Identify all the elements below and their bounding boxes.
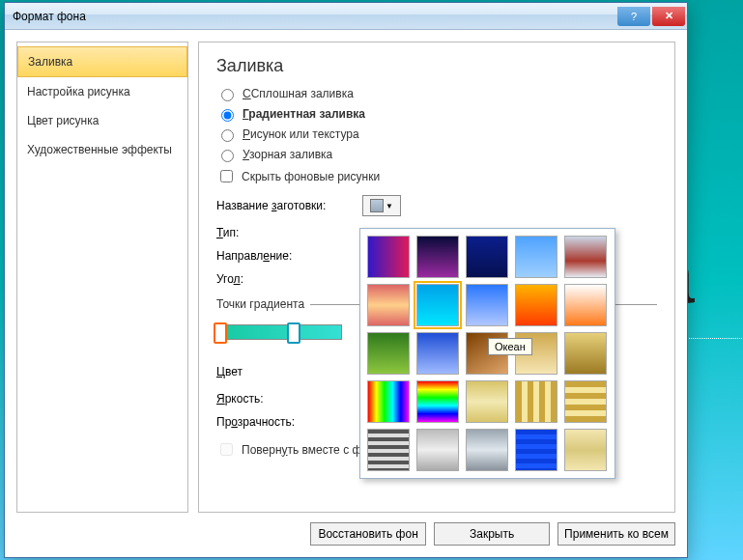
gradient-thumb-2[interactable] xyxy=(287,322,300,344)
rotate-checkbox xyxy=(220,443,233,456)
sidebar-item-label: Художественные эффекты xyxy=(27,143,172,156)
preset-p1[interactable] xyxy=(367,236,410,278)
dialog-footer: Восстановить фон Закрыть Применить ко вс… xyxy=(16,513,675,546)
hide-background-row[interactable]: Скрыть фоновые рисунки xyxy=(216,167,657,185)
help-button[interactable]: ? xyxy=(617,7,650,26)
close-icon: ✕ xyxy=(665,10,673,22)
preset-p20[interactable] xyxy=(564,380,607,423)
preset-tooltip: Океан xyxy=(488,338,532,355)
radio-picture-input[interactable] xyxy=(221,129,234,142)
sidebar-item-fill[interactable]: Заливка xyxy=(17,46,187,77)
content-heading: Заливка xyxy=(216,56,657,76)
preset-p3[interactable] xyxy=(466,236,508,278)
preset-p15[interactable] xyxy=(564,332,607,375)
radio-pattern-label: Узорная заливка xyxy=(243,148,332,161)
preset-p10[interactable] xyxy=(564,284,607,326)
close-button[interactable]: ✕ xyxy=(652,7,685,26)
gradient-thumb-1[interactable] xyxy=(214,322,227,344)
preset-p4[interactable] xyxy=(515,236,557,278)
radio-gradient[interactable]: Градиентная заливка xyxy=(216,106,657,122)
sidebar-item-label: Цвет рисунка xyxy=(27,114,99,127)
type-label: Тип: xyxy=(216,226,357,239)
radio-picture[interactable]: Рисунок или текстура xyxy=(216,126,657,142)
radio-gradient-label: Градиентная заливка xyxy=(243,107,365,121)
dialog-title: Формат фона xyxy=(13,10,617,23)
preset-p9[interactable] xyxy=(515,284,557,326)
preset-p22[interactable] xyxy=(416,429,459,471)
reset-background-button[interactable]: Восстановить фон xyxy=(310,522,426,546)
gradient-stops-legend: Точки градиента xyxy=(216,297,310,311)
sidebar-item-label: Настройка рисунка xyxy=(27,85,130,98)
radio-solid-label: ССплошная заливка xyxy=(243,87,354,100)
angle-label: Угол: xyxy=(216,272,357,286)
sidebar-item-effects[interactable]: Художественные эффекты xyxy=(17,135,187,164)
preset-swatch-icon xyxy=(370,199,384,212)
radio-pattern-input[interactable] xyxy=(221,150,234,162)
window-buttons: ? ✕ xyxy=(617,7,687,26)
preset-p17[interactable] xyxy=(416,380,459,423)
radio-pattern[interactable]: Узорная заливка xyxy=(216,147,657,162)
preset-p19[interactable] xyxy=(515,380,557,423)
hide-background-checkbox[interactable] xyxy=(220,170,233,182)
sidebar-item-label: Заливка xyxy=(28,55,72,69)
preset-dropdown-button[interactable]: ▼ xyxy=(362,195,401,216)
preset-p8[interactable] xyxy=(466,284,508,326)
direction-label: Направление: xyxy=(216,249,357,263)
radio-picture-label: Рисунок или текстура xyxy=(243,127,359,141)
preset-p24[interactable] xyxy=(515,429,557,471)
preset-p23[interactable] xyxy=(466,429,508,471)
preset-p11[interactable] xyxy=(367,332,410,375)
sidebar-item-color[interactable]: Цвет рисунка xyxy=(17,106,187,135)
radio-solid[interactable]: ССплошная заливка xyxy=(216,86,657,101)
preset-p12[interactable] xyxy=(416,332,459,375)
gradient-slider[interactable] xyxy=(216,324,342,340)
color-label: Цвет xyxy=(216,365,357,378)
apply-all-button[interactable]: Применить ко всем xyxy=(557,522,675,546)
preset-p18[interactable] xyxy=(466,380,508,423)
preset-p21[interactable] xyxy=(367,429,410,471)
titlebar: Формат фона ? ✕ xyxy=(5,3,687,30)
preset-p7[interactable] xyxy=(416,284,459,326)
help-icon: ? xyxy=(631,11,637,22)
chevron-down-icon: ▼ xyxy=(386,202,393,210)
transparency-label: Прозрачность: xyxy=(216,415,357,429)
preset-p25[interactable] xyxy=(564,429,607,471)
close-dialog-button[interactable]: Закрыть xyxy=(434,522,550,546)
radio-solid-input[interactable] xyxy=(221,89,234,101)
preset-name-row: Название заготовки: ▼ xyxy=(216,195,657,216)
preset-p2[interactable] xyxy=(416,236,459,278)
format-background-dialog: Формат фона ? ✕ Заливка Настройка рисунк… xyxy=(4,2,688,558)
sidebar-item-picture[interactable]: Настройка рисунка xyxy=(17,77,187,106)
preset-p16[interactable] xyxy=(367,380,410,423)
brightness-label: Яркость: xyxy=(216,392,357,406)
hide-background-label: Скрыть фоновые рисунки xyxy=(242,170,380,183)
sidebar: Заливка Настройка рисунка Цвет рисунка Х… xyxy=(16,42,188,513)
radio-gradient-input[interactable] xyxy=(221,109,234,122)
preset-p6[interactable] xyxy=(367,284,410,326)
preset-name-label: Название заготовки: xyxy=(216,199,357,212)
preset-p5[interactable] xyxy=(564,236,607,278)
